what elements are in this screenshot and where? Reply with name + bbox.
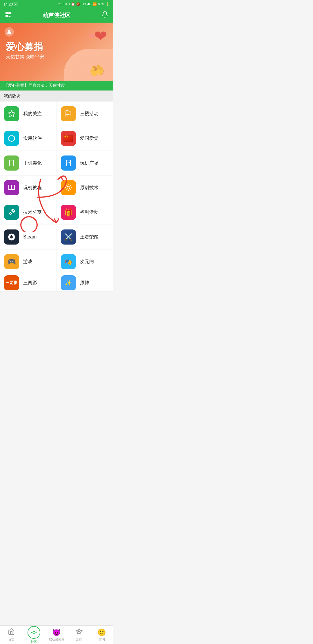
grid-row-8-partial: 三两影 三两影 ✨ 原神	[0, 274, 113, 292]
grid-row-3: 手机美化 玩机广场	[0, 151, 113, 176]
svg-rect-4	[8, 17, 11, 17]
play-square-icon	[61, 155, 76, 171]
status-time: 14:20 🖼	[3, 2, 18, 6]
banner-subtitle: 天佑甘肃 众盼平安	[6, 54, 44, 60]
svg-line-12	[69, 162, 70, 163]
shadow-icon: 三两影	[4, 275, 19, 290]
photo-icon: 🖼	[14, 2, 18, 6]
banner-text-block: 爱心募捐 天佑甘肃 众盼平安	[6, 41, 44, 60]
grid-item-my-follow[interactable]: 我的关注	[0, 102, 57, 126]
svg-line-16	[66, 185, 66, 186]
grid-item-tech-share[interactable]: 技术分享	[0, 200, 57, 225]
genshin-label: 原神	[80, 280, 89, 286]
banner-main-title: 爱心募捐	[6, 41, 44, 52]
grid-item-original-tech[interactable]: 原创技术	[57, 176, 113, 200]
mute-icon: 🔕	[76, 2, 80, 6]
grid-row-5: 技术分享 🎁 福利活动	[0, 200, 113, 225]
useful-software-label: 实用软件	[23, 135, 42, 142]
banner-caption[interactable]: 【爱心募捐】同舟共济，天佑甘肃	[0, 81, 113, 91]
original-tech-label: 原创技术	[80, 185, 99, 191]
play-tutorial-icon	[4, 180, 19, 195]
acg-label: 次元阁	[80, 259, 94, 265]
time-display: 14:20	[3, 2, 13, 6]
banner-image[interactable]: 爱心募捐 天佑甘肃 众盼平安 ❤ ❤ 🤲	[0, 23, 113, 81]
heart-decoration-small: ❤	[88, 31, 96, 41]
grid-row-4: 玩机教程 原创技术	[0, 176, 113, 200]
phone-beauty-label: 手机美化	[23, 160, 42, 166]
grid-row-1: 我的关注 三楼活动	[0, 102, 113, 126]
svg-line-20	[66, 189, 66, 190]
alarm-icon: ⏰	[71, 2, 75, 6]
games-label: 游戏	[23, 259, 32, 265]
original-tech-icon	[61, 180, 76, 195]
svg-line-21	[70, 185, 70, 186]
tech-share-icon	[4, 205, 19, 220]
grid-item-play-square[interactable]: 玩机广场	[57, 151, 113, 175]
play-tutorial-label: 玩机教程	[23, 185, 42, 191]
grid-menu-icon[interactable]	[5, 11, 12, 20]
grid-item-phone-beauty[interactable]: 手机美化	[0, 151, 57, 175]
play-square-label: 玩机广场	[80, 160, 99, 166]
network-type: 4G	[87, 2, 92, 6]
status-bar: 14:20 🖼 2.18 K/s ⏰ 🔕 HD 4G 📶 89% 🔋	[0, 0, 113, 8]
banner-avatar-icon	[5, 27, 14, 37]
category-grid: 我的关注 三楼活动 实用软件	[0, 102, 113, 292]
my-follow-icon	[4, 106, 19, 121]
battery-icon: 🔋	[105, 2, 110, 6]
grid-item-useful-software[interactable]: 实用软件	[0, 126, 57, 151]
welfare-icon: 🎁	[61, 205, 76, 220]
acg-icon: 🎭	[61, 254, 76, 269]
svg-rect-2	[6, 15, 8, 17]
welfare-label: 福利活动	[80, 209, 99, 216]
grid-item-genshin[interactable]: ✨ 原神	[57, 274, 113, 292]
grid-item-patriot[interactable]: 🇨🇳 爱国爱党	[57, 126, 113, 151]
grid-item-steam[interactable]: Steam	[0, 225, 57, 249]
king-glory-icon: ⚔️	[61, 229, 76, 245]
shadow-label: 三两影	[23, 280, 37, 286]
svg-rect-0	[6, 12, 8, 14]
grid-item-games[interactable]: 🎮 游戏	[0, 249, 57, 274]
tech-share-label: 技术分享	[23, 209, 42, 216]
patriot-label: 爱国爱党	[80, 135, 99, 142]
battery-display: 89%	[98, 2, 104, 6]
genshin-icon: ✨	[61, 275, 76, 290]
grid-item-third-floor[interactable]: 三楼活动	[57, 102, 113, 126]
third-floor-label: 三楼活动	[80, 111, 99, 117]
svg-line-17	[70, 189, 70, 190]
third-floor-icon	[61, 106, 76, 121]
hands-emoji: 🤲	[88, 62, 105, 79]
useful-software-icon	[4, 131, 19, 146]
steam-icon	[4, 229, 19, 245]
games-icon: 🎮	[4, 254, 19, 269]
notification-bell-icon[interactable]	[101, 11, 108, 20]
svg-rect-1	[8, 12, 11, 14]
steam-label: Steam	[23, 234, 37, 240]
heart-decoration: ❤	[94, 27, 107, 46]
grid-item-acg[interactable]: 🎭 次元阁	[57, 249, 113, 274]
grid-item-king-glory[interactable]: ⚔️ 王者荣耀	[57, 225, 113, 249]
patriot-icon: 🇨🇳	[61, 131, 76, 146]
grid-row-2: 实用软件 🇨🇳 爱国爱党	[0, 126, 113, 151]
grid-item-shadow[interactable]: 三两影 三两影	[0, 274, 57, 292]
grid-row-6: Steam ⚔️ 王者荣耀	[0, 225, 113, 249]
section-header-my-blocks: 我的版块	[0, 91, 113, 102]
grid-item-play-tutorial[interactable]: 玩机教程	[0, 176, 57, 200]
svg-marker-6	[8, 111, 15, 117]
svg-point-13	[67, 186, 70, 189]
grid-item-welfare[interactable]: 🎁 福利活动	[57, 200, 113, 225]
app-title: 葫芦侠社区	[43, 12, 70, 19]
hd-badge: HD	[81, 2, 86, 6]
top-navigation-bar: 葫芦侠社区	[0, 8, 113, 23]
network-speed: 2.18 K/s	[58, 2, 70, 6]
grid-row-7: 🎮 游戏 🎭 次元阁	[0, 249, 113, 274]
phone-beauty-icon	[4, 155, 19, 171]
signal-icon: 📶	[93, 2, 97, 6]
status-icons: 2.18 K/s ⏰ 🔕 HD 4G 📶 89% 🔋	[58, 2, 110, 6]
king-glory-label: 王者荣耀	[80, 234, 99, 240]
my-follow-label: 我的关注	[23, 111, 42, 117]
